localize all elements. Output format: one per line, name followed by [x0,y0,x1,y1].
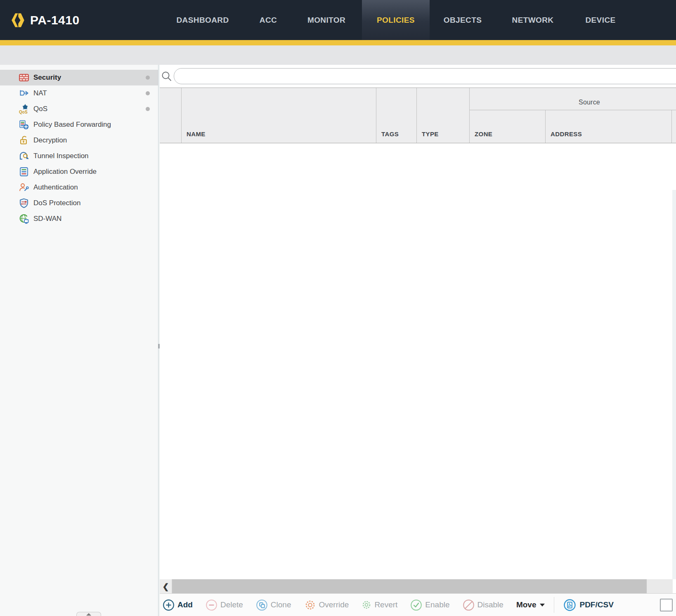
tab-acc[interactable]: ACC [260,0,277,40]
policies-sidebar: Security NAT [0,65,158,616]
tab-network[interactable]: NETWORK [512,0,554,40]
search-icon [161,71,173,82]
column-group-header-source: Source [470,88,676,110]
authentication-icon [18,182,30,193]
clone-icon [256,599,268,611]
sidebar-item-label: DoS Protection [33,199,80,207]
toolbar-divider [554,597,554,613]
nat-icon [18,88,30,99]
rule-count-dot [146,76,150,80]
source-column-group: Source ZONE ADDRESS [470,88,676,143]
sidebar-item-label: Tunnel Inspection [33,152,89,160]
rule-count-dot [146,91,150,95]
rule-count-dot [146,107,150,111]
vertical-scrollbar[interactable] [672,190,676,579]
sidebar-item-label: Authentication [33,183,78,192]
sd-wan-icon [18,213,30,225]
chevron-up-icon [86,613,91,616]
application-override-icon [18,166,30,178]
dos-protection-icon [18,197,30,209]
security-icon [18,72,30,83]
sidebar-item-label: Policy Based Forwarding [33,121,111,129]
column-header-clipped [672,110,676,143]
disable-button[interactable]: Disable [463,599,503,611]
revert-button[interactable]: Revert [362,600,397,610]
brand-accent-stripe [0,40,676,45]
revert-icon [362,600,371,610]
sidebar-item-label: NAT [33,89,47,97]
rulebase-table-body [160,143,676,579]
sidebar-collapse-handle[interactable] [76,612,101,616]
sidebar-item-qos[interactable]: QoS QoS [0,101,158,117]
pdf-icon [563,599,576,611]
sidebar-item-application-override[interactable]: Application Override [0,164,158,180]
tab-dashboard[interactable]: DASHBOARD [176,0,229,40]
horizontal-scrollbar-thumb[interactable] [172,579,647,593]
delete-button[interactable]: Delete [206,599,243,611]
column-header-zone[interactable]: ZONE [470,110,546,143]
tab-monitor[interactable]: MONITOR [307,0,345,40]
tab-device[interactable]: DEVICE [585,0,615,40]
policy-based-forwarding-icon [18,119,30,130]
policies-main-panel: NAME TAGS TYPE Source ZONE ADDRESS ❮ [160,65,676,616]
sidebar-item-label: Security [33,73,61,82]
override-button[interactable]: Override [304,599,349,611]
sidebar-item-nat[interactable]: NAT [0,85,158,101]
override-icon [304,599,316,611]
sidebar-item-label: SD-WAN [33,215,61,223]
sidebar-item-label: Decryption [33,136,67,145]
sidebar-item-sd-wan[interactable]: SD-WAN [0,211,158,227]
sidebar-item-label: QoS [33,105,47,113]
sidebar-item-decryption[interactable]: Decryption [0,133,158,148]
top-navbar: PA-1410 DASHBOARD ACC MONITOR POLICIES O… [0,0,676,40]
column-header-row-select[interactable] [160,88,182,143]
enable-button[interactable]: Enable [410,599,449,611]
add-button[interactable]: Add [163,599,193,611]
search-bar [160,65,676,88]
svg-text:QoS: QoS [19,110,28,114]
tab-policies[interactable]: POLICIES [362,0,430,40]
sidebar-item-security[interactable]: Security [0,70,158,85]
tab-objects[interactable]: OBJECTS [444,0,482,40]
scrollbar-corner [673,579,676,593]
scroll-left-button[interactable]: ❮ [160,579,172,593]
chevron-down-icon [540,604,545,607]
disable-icon [463,599,475,611]
tunnel-inspection-icon [18,150,30,162]
select-all-checkbox[interactable] [660,599,673,611]
column-header-address[interactable]: ADDRESS [546,110,672,143]
action-toolbar: Add Delete Clone [160,593,676,616]
sidebar-item-policy-based-forwarding[interactable]: Policy Based Forwarding [0,117,158,133]
secondary-toolbar-band [0,45,676,65]
column-header-type[interactable]: TYPE [417,88,470,143]
decryption-icon [18,135,30,146]
pan-os-policies-screen: PA-1410 DASHBOARD ACC MONITOR POLICIES O… [0,0,676,616]
sidebar-item-tunnel-inspection[interactable]: Tunnel Inspection [0,148,158,164]
pdf-csv-button[interactable]: PDF/CSV [563,599,613,611]
brand: PA-1410 [10,0,80,40]
device-name: PA-1410 [30,13,80,27]
column-header-tags[interactable]: TAGS [376,88,417,143]
enable-icon [410,599,422,611]
sidebar-item-label: Application Override [33,168,97,176]
palo-alto-logo-icon [10,11,25,29]
qos-icon: QoS [18,103,30,115]
delete-icon [206,599,217,611]
sidebar-item-dos-protection[interactable]: DoS Protection [0,195,158,211]
column-header-name[interactable]: NAME [182,88,376,143]
move-dropdown-button[interactable]: Move [516,600,545,609]
rulebase-table-header: NAME TAGS TYPE Source ZONE ADDRESS [160,88,676,143]
add-icon [163,599,175,611]
horizontal-scrollbar: ❮ [160,579,676,593]
sidebar-item-authentication[interactable]: Authentication [0,180,158,195]
policy-search-input[interactable] [174,68,676,84]
clone-button[interactable]: Clone [256,599,291,611]
